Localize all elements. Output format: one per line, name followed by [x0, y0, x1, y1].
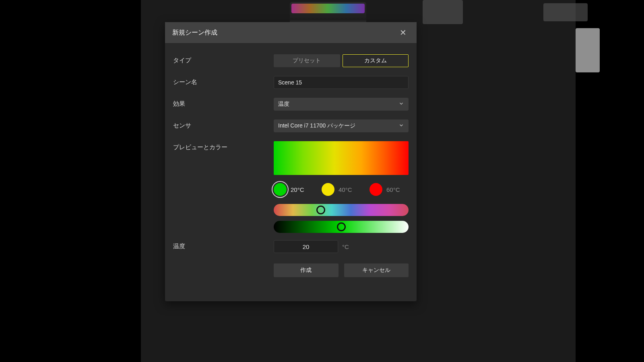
sensor-select-value: Intel Core i7 11700 パッケージ [278, 122, 355, 130]
type-preset-button[interactable]: プリセット [274, 54, 340, 67]
modal-body: タイプ プリセット カスタム シーン名 効果 温度 [165, 43, 417, 301]
sensor-select[interactable]: Intel Core i7 11700 パッケージ [274, 119, 409, 132]
temperature-unit: °C [342, 243, 349, 250]
effect-select[interactable]: 温度 [274, 98, 409, 111]
type-custom-button[interactable]: カスタム [343, 54, 409, 67]
color-stop-1[interactable]: 40°C [322, 183, 361, 196]
label-preview-color: プレビューとカラー [173, 141, 274, 151]
label-scene-name: シーン名 [173, 76, 274, 86]
row-actions: 作成 キャンセル [173, 263, 409, 277]
color-swatch[interactable] [369, 183, 382, 196]
modal-title: 新規シーン作成 [172, 29, 396, 37]
lightness-slider-handle[interactable] [337, 222, 346, 231]
type-segmented: プリセット カスタム [274, 54, 409, 67]
row-scene-name: シーン名 [173, 76, 409, 89]
row-temperature: 温度 °C [173, 240, 409, 253]
color-stop-label: 20°C [291, 186, 304, 193]
row-type: タイプ プリセット カスタム [173, 54, 409, 67]
lightness-slider[interactable] [274, 221, 409, 233]
color-stop-label: 60°C [386, 186, 400, 193]
color-stops: 20°C40°C60°C [274, 183, 409, 196]
close-icon: ✕ [400, 28, 407, 37]
temperature-input-wrap: °C [274, 240, 409, 253]
device-thumb-3 [543, 3, 588, 21]
label-effect: 効果 [173, 98, 274, 108]
color-swatch[interactable] [274, 183, 287, 196]
color-swatch[interactable] [322, 183, 334, 196]
color-stop-2[interactable]: 60°C [369, 183, 409, 196]
label-type: タイプ [173, 54, 274, 64]
action-row: 作成 キャンセル [274, 263, 409, 277]
cancel-button[interactable]: キャンセル [344, 263, 409, 277]
chevron-down-icon [398, 123, 404, 130]
modal-header: 新規シーン作成 ✕ [165, 22, 417, 43]
device-thumb-4 [576, 28, 600, 72]
temperature-input[interactable] [274, 240, 338, 253]
row-effect: 効果 温度 [173, 98, 409, 111]
scene-name-input[interactable] [274, 76, 409, 89]
create-button[interactable]: 作成 [274, 263, 339, 277]
hue-slider[interactable] [274, 204, 409, 216]
row-preview-color: プレビューとカラー 20°C40°C60°C [173, 141, 409, 233]
new-scene-modal: 新規シーン作成 ✕ タイプ プリセット カスタム シーン名 効果 [165, 22, 417, 301]
chevron-down-icon [398, 101, 404, 108]
color-stop-label: 40°C [339, 186, 352, 193]
label-sensor: センサ [173, 119, 274, 130]
device-thumb-2 [423, 0, 463, 24]
color-stop-0[interactable]: 20°C [274, 183, 313, 196]
effect-select-value: 温度 [278, 101, 289, 108]
label-temperature: 温度 [173, 240, 274, 250]
gradient-preview[interactable] [274, 141, 409, 175]
row-sensor: センサ Intel Core i7 11700 パッケージ [173, 119, 409, 132]
hue-slider-handle[interactable] [316, 206, 325, 214]
close-button[interactable]: ✕ [396, 26, 409, 39]
